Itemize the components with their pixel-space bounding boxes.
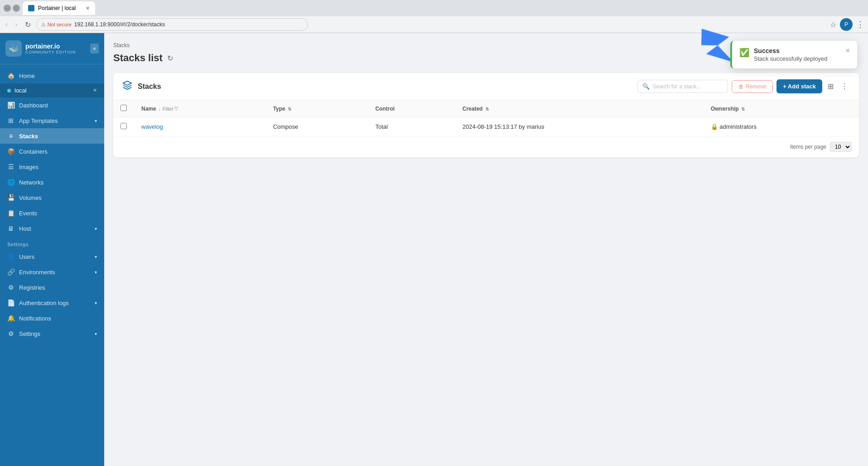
- toast-title: Success: [754, 47, 841, 54]
- sidebar-item-notifications[interactable]: 🔔 Notifications: [0, 311, 104, 326]
- sidebar-item-stacks[interactable]: ≡ Stacks: [0, 128, 104, 144]
- chevron-down-icon: ▾: [95, 226, 97, 231]
- ownership-icon: 🔒: [711, 123, 718, 130]
- environments-icon: 🔗: [7, 268, 14, 276]
- images-icon: ☰: [7, 163, 14, 170]
- table-body: wavelog Compose Total 2024-08-19 15:13:1…: [113, 117, 859, 136]
- sidebar-nav: 🏠 Home local ✕ 📊 Dashboard ⊞ App Templat…: [0, 64, 104, 466]
- sidebar: 🐳 portainer.io COMMUNITY EDITION « 🏠 Hom…: [0, 33, 104, 466]
- stacks-panel: Stacks 🔍 Search for a stack... 🗑 Remove …: [113, 73, 859, 157]
- layout-toggle-button[interactable]: ⊞: [826, 80, 835, 92]
- name-filter-button[interactable]: Filter ▽: [162, 106, 178, 112]
- security-indicator: ⚠ Not secure: [41, 22, 72, 28]
- logo-icon: 🐳: [5, 40, 22, 57]
- app-templates-icon: ⊞: [7, 117, 14, 124]
- sidebar-item-app-templates[interactable]: ⊞ App Templates ▾: [0, 113, 104, 128]
- table-row: wavelog Compose Total 2024-08-19 15:13:1…: [113, 117, 859, 136]
- users-icon: 👤: [7, 253, 14, 260]
- sidebar-item-registries[interactable]: ⚙ Registries: [0, 280, 104, 295]
- app-layout: 🐳 portainer.io COMMUNITY EDITION « 🏠 Hom…: [0, 33, 868, 466]
- containers-icon: 📦: [7, 148, 14, 155]
- sidebar-item-label: Environments: [19, 269, 55, 276]
- sidebar-item-settings[interactable]: ⚙ Settings ▾: [0, 326, 104, 341]
- sidebar-item-users[interactable]: 👤 Users ▾: [0, 249, 104, 264]
- sidebar-item-events[interactable]: 📋 Events: [0, 205, 104, 221]
- sidebar-item-host[interactable]: 🖥 Host ▾: [0, 221, 104, 236]
- sidebar-item-label: Events: [19, 210, 37, 217]
- browser-menu-button[interactable]: ⋮: [856, 19, 864, 29]
- sidebar-item-auth-logs[interactable]: 📄 Authentication logs ▾: [0, 295, 104, 311]
- th-name: Name ↓ Filter ▽: [134, 100, 266, 117]
- type-sort-icon: ⇅: [288, 107, 291, 112]
- minimize-button[interactable]: —: [4, 5, 11, 12]
- sidebar-item-volumes[interactable]: 💾 Volumes: [0, 190, 104, 205]
- th-created: Created ⇅: [455, 100, 704, 117]
- row-created-cell: 2024-08-19 15:13:17 by marius: [455, 117, 704, 136]
- sidebar-collapse-button[interactable]: «: [90, 44, 99, 53]
- refresh-button[interactable]: ↻: [23, 19, 33, 31]
- sidebar-item-images[interactable]: ☰ Images: [0, 159, 104, 175]
- sidebar-item-containers[interactable]: 📦 Containers: [0, 144, 104, 159]
- maximize-button[interactable]: □: [13, 5, 20, 12]
- items-per-page-select[interactable]: 10 25 50: [830, 142, 852, 152]
- row-checkbox-cell: [113, 117, 134, 136]
- forward-button[interactable]: ›: [13, 19, 19, 30]
- sidebar-item-label: Stacks: [19, 133, 38, 140]
- logo-text: portainer.io COMMUNITY EDITION: [25, 43, 76, 54]
- profile-button[interactable]: P: [840, 18, 853, 31]
- items-per-page-row: Items per page 10 25 50: [113, 136, 859, 157]
- row-control-cell: Total: [368, 117, 455, 136]
- toast-container: ✅ Success Stack successfully deployed ×: [730, 41, 857, 68]
- settings-label: Settings: [7, 242, 29, 247]
- logo: 🐳 portainer.io COMMUNITY EDITION: [5, 40, 76, 57]
- volumes-icon: 💾: [7, 194, 14, 201]
- sidebar-item-environments[interactable]: 🔗 Environments ▾: [0, 264, 104, 280]
- ownership-value: administrators: [719, 123, 757, 130]
- logo-main: portainer.io: [25, 43, 76, 50]
- stack-name-link[interactable]: wavelog: [141, 123, 163, 130]
- sidebar-item-label: Networks: [19, 179, 43, 186]
- bookmark-button[interactable]: ☆: [830, 20, 836, 29]
- active-tab[interactable]: Portainer | local ✕: [23, 1, 95, 15]
- stacks-panel-actions: 🔍 Search for a stack... 🗑 Remove + Add s…: [637, 79, 850, 93]
- env-name: local: [14, 87, 27, 94]
- stacks-panel-icon: [122, 80, 132, 92]
- created-sort-icon: ⇅: [485, 107, 489, 112]
- networks-icon: 🌐: [7, 179, 14, 186]
- sidebar-item-label: Home: [19, 73, 35, 79]
- chevron-down-icon: ▾: [95, 270, 97, 275]
- sidebar-item-home[interactable]: 🏠 Home: [0, 68, 104, 83]
- remove-button[interactable]: 🗑 Remove: [732, 80, 773, 93]
- sidebar-header: 🐳 portainer.io COMMUNITY EDITION «: [0, 33, 104, 64]
- add-stack-button[interactable]: + Add stack: [776, 79, 822, 93]
- more-options-button[interactable]: ⋮: [839, 80, 850, 92]
- sidebar-item-dashboard[interactable]: 📊 Dashboard: [0, 97, 104, 113]
- tab-title: Portainer | local: [38, 5, 76, 11]
- address-bar[interactable]: ⚠ Not secure 192.168.1.18:9000/#!/2/dock…: [36, 18, 308, 31]
- page-title: Stacks list: [113, 52, 163, 64]
- sidebar-item-networks[interactable]: 🌐 Networks: [0, 175, 104, 190]
- sidebar-item-label: Users: [19, 253, 34, 260]
- env-dot: [7, 89, 11, 92]
- name-column-label: Name: [141, 106, 156, 112]
- settings-icon: ⚙: [7, 330, 14, 337]
- select-all-checkbox[interactable]: [121, 105, 127, 111]
- row-ownership-cell: 🔒 administrators: [704, 117, 859, 136]
- stacks-panel-header: Stacks 🔍 Search for a stack... 🗑 Remove …: [113, 73, 859, 100]
- tab-close-button[interactable]: ✕: [86, 5, 90, 11]
- row-checkbox[interactable]: [121, 123, 127, 129]
- ownership-column-label: Ownership: [711, 106, 739, 112]
- refresh-button[interactable]: ↻: [167, 54, 173, 63]
- sidebar-item-label: Volumes: [19, 194, 42, 201]
- security-label: Not secure: [48, 22, 72, 27]
- row-name-cell: wavelog: [134, 117, 266, 136]
- env-item-local[interactable]: local ✕: [0, 83, 104, 97]
- items-per-page-label: Items per page: [790, 144, 826, 150]
- back-button[interactable]: ‹: [4, 19, 10, 30]
- toast-close-button[interactable]: ×: [846, 47, 850, 54]
- remove-label: Remove: [746, 83, 766, 90]
- env-close-button[interactable]: ✕: [93, 87, 97, 93]
- sidebar-item-label: Dashboard: [19, 102, 48, 109]
- search-box[interactable]: 🔍 Search for a stack...: [637, 80, 728, 93]
- stacks-icon: ≡: [7, 132, 14, 140]
